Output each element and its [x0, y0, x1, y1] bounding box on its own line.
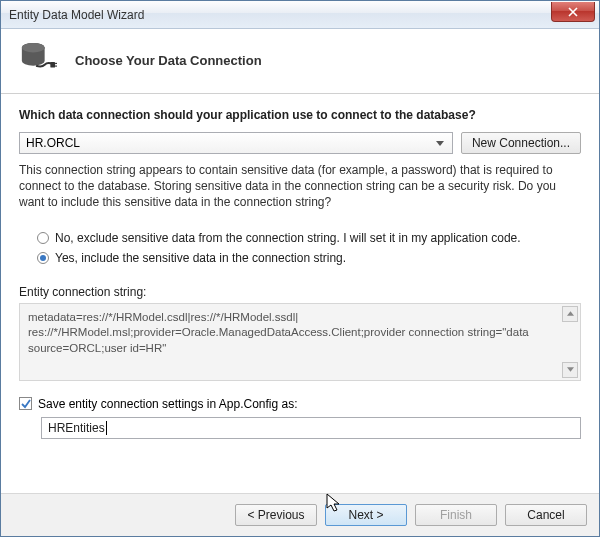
scrollbar[interactable] — [562, 306, 578, 378]
close-button[interactable] — [551, 2, 595, 22]
entity-name-value: HREntities — [48, 421, 105, 435]
radio-icon-checked — [37, 252, 49, 264]
entity-name-input[interactable]: HREntities — [41, 417, 581, 439]
titlebar: Entity Data Model Wizard — [1, 1, 599, 29]
cancel-button[interactable]: Cancel — [505, 504, 587, 526]
save-config-row[interactable]: Save entity connection settings in App.C… — [19, 397, 581, 411]
radio-include[interactable]: Yes, include the sensitive data in the c… — [37, 251, 581, 265]
step-title: Choose Your Data Connection — [75, 53, 262, 68]
connection-row: HR.ORCL New Connection... — [19, 132, 581, 154]
checkbox-checked-icon[interactable] — [19, 397, 32, 410]
connection-string-text: metadata=res://*/HRModel.csdl|res://*/HR… — [28, 310, 572, 357]
database-plug-icon — [19, 41, 57, 79]
new-connection-button[interactable]: New Connection... — [461, 132, 581, 154]
wizard-content: Which data connection should your applic… — [1, 94, 599, 493]
window-title: Entity Data Model Wizard — [9, 8, 551, 22]
svg-point-1 — [22, 43, 45, 53]
radio-include-label: Yes, include the sensitive data in the c… — [55, 251, 346, 265]
close-icon — [568, 7, 578, 17]
question-label: Which data connection should your applic… — [19, 108, 581, 122]
next-label: Next > — [348, 508, 383, 522]
cancel-label: Cancel — [527, 508, 564, 522]
svg-rect-4 — [55, 66, 57, 67]
connection-dropdown[interactable]: HR.ORCL — [19, 132, 453, 154]
previous-button[interactable]: < Previous — [235, 504, 317, 526]
previous-label: < Previous — [247, 508, 304, 522]
finish-button: Finish — [415, 504, 497, 526]
connection-selected: HR.ORCL — [26, 136, 80, 150]
finish-label: Finish — [440, 508, 472, 522]
sensitive-radio-group: No, exclude sensitive data from the conn… — [37, 225, 581, 271]
connection-string-label: Entity connection string: — [19, 285, 581, 299]
radio-exclude[interactable]: No, exclude sensitive data from the conn… — [37, 231, 581, 245]
wizard-footer: < Previous Next > Finish Cancel — [1, 493, 599, 536]
svg-rect-3 — [55, 63, 57, 64]
radio-exclude-label: No, exclude sensitive data from the conn… — [55, 231, 521, 245]
save-config-label: Save entity connection settings in App.C… — [38, 397, 298, 411]
next-button[interactable]: Next > — [325, 504, 407, 526]
text-caret — [106, 421, 107, 435]
scroll-up-icon[interactable] — [562, 306, 578, 322]
chevron-down-icon — [432, 136, 448, 151]
wizard-header: Choose Your Data Connection — [1, 29, 599, 94]
connection-string-box: metadata=res://*/HRModel.csdl|res://*/HR… — [19, 303, 581, 381]
scroll-down-icon[interactable] — [562, 362, 578, 378]
new-connection-label: New Connection... — [472, 136, 570, 150]
wizard-window: Entity Data Model Wizard Choose Your Dat… — [0, 0, 600, 537]
window-controls — [551, 1, 599, 28]
svg-rect-2 — [50, 62, 55, 68]
sensitive-data-warning: This connection string appears to contai… — [19, 162, 581, 211]
radio-icon — [37, 232, 49, 244]
